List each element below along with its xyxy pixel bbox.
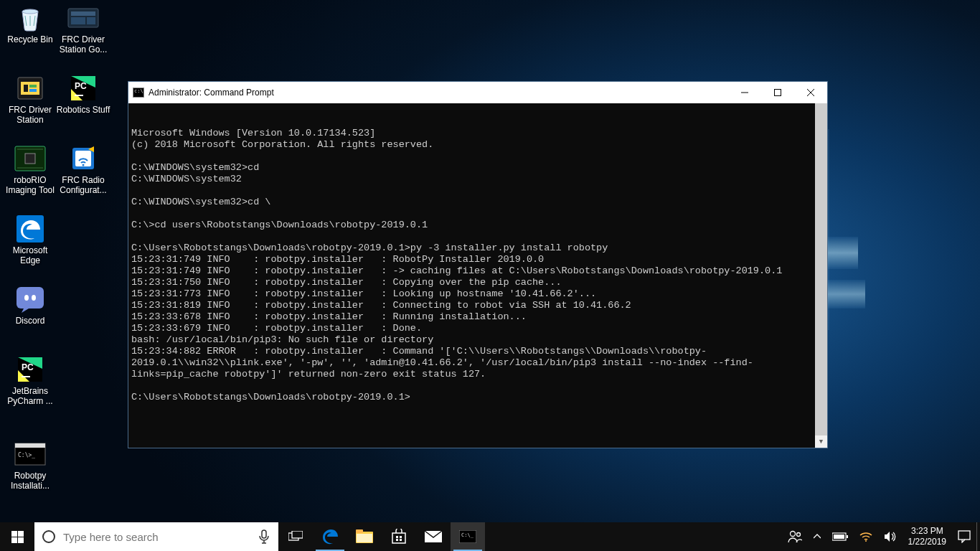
svg-rect-14 bbox=[25, 154, 35, 164]
icon-label: FRC Driver Station Go... bbox=[56, 34, 110, 55]
taskbar-edge[interactable] bbox=[313, 522, 347, 551]
search-box[interactable] bbox=[34, 522, 278, 551]
svg-rect-57 bbox=[834, 534, 844, 539]
desktop-icon-robotics-stuff[interactable]: PCRobotics Stuff bbox=[56, 73, 110, 115]
svg-rect-39 bbox=[262, 530, 266, 538]
icon-label: JetBrains PyCharm ... bbox=[3, 386, 57, 406]
scrollbar-thumb[interactable] bbox=[815, 103, 827, 448]
microphone-icon[interactable] bbox=[250, 529, 278, 544]
start-button[interactable] bbox=[0, 522, 34, 551]
svg-rect-3 bbox=[71, 17, 85, 24]
taskbar-command-prompt[interactable]: C:\_ bbox=[451, 522, 485, 551]
svg-rect-44 bbox=[357, 534, 372, 542]
svg-rect-41 bbox=[292, 531, 303, 538]
svg-point-53 bbox=[790, 532, 795, 537]
cmd-icon bbox=[133, 88, 144, 98]
svg-rect-59 bbox=[958, 531, 970, 540]
svg-rect-26 bbox=[22, 376, 30, 377]
discord-icon bbox=[13, 284, 47, 314]
volume-icon[interactable] bbox=[878, 522, 903, 551]
desktop-icon-roborio-imaging[interactable]: roboRIO Imaging Tool bbox=[3, 143, 57, 195]
taskbar-mail[interactable] bbox=[416, 522, 451, 551]
svg-point-23 bbox=[32, 295, 36, 301]
icon-label: Microsoft Edge bbox=[3, 245, 57, 265]
icon-label: FRC Driver Station bbox=[3, 105, 57, 125]
maximize-button[interactable] bbox=[761, 82, 794, 103]
window-title: Administrator: Command Prompt bbox=[149, 88, 728, 98]
taskbar: C:\_ 3:23 PM 1/22/2019 bbox=[0, 522, 980, 551]
desktop-icon-recycle-bin[interactable]: Recycle Bin bbox=[3, 3, 57, 44]
jetbrains-pycharm-icon: PC bbox=[13, 354, 47, 385]
recycle-bin-icon bbox=[13, 3, 47, 33]
frc-driver-station-go-icon bbox=[66, 3, 100, 33]
close-button[interactable] bbox=[794, 82, 827, 103]
clock-date: 1/22/2019 bbox=[908, 537, 946, 547]
svg-rect-35 bbox=[18, 531, 24, 537]
clock-time: 3:23 PM bbox=[908, 526, 946, 537]
svg-point-0 bbox=[22, 9, 38, 14]
frc-radio-config-icon bbox=[66, 143, 100, 174]
desktop-icon-frc-radio-config[interactable]: FRC Radio Configurat... bbox=[56, 143, 110, 195]
frc-driver-station-icon bbox=[13, 73, 47, 103]
robotics-stuff-icon: PC bbox=[66, 73, 100, 103]
svg-rect-28 bbox=[15, 443, 45, 448]
svg-rect-12 bbox=[75, 95, 83, 96]
wifi-icon[interactable] bbox=[854, 522, 878, 551]
svg-rect-56 bbox=[847, 535, 848, 538]
taskbar-store[interactable] bbox=[382, 522, 416, 551]
desktop-icon-frc-driver-station[interactable]: FRC Driver Station bbox=[3, 73, 57, 125]
svg-rect-2 bbox=[71, 11, 95, 16]
svg-rect-48 bbox=[396, 539, 398, 541]
roborio-imaging-icon bbox=[13, 143, 47, 174]
svg-rect-9 bbox=[29, 89, 37, 92]
scroll-down-icon[interactable]: ▼ bbox=[815, 435, 827, 448]
action-center-icon[interactable] bbox=[952, 522, 976, 551]
svg-text:PC: PC bbox=[22, 362, 34, 372]
taskbar-file-explorer[interactable] bbox=[347, 522, 382, 551]
scrollbar[interactable]: ▲ ▼ bbox=[815, 103, 827, 448]
icon-label: Robotpy Installati... bbox=[3, 471, 57, 491]
svg-rect-37 bbox=[18, 537, 24, 543]
desktop-icon-frc-driver-station-go[interactable]: FRC Driver Station Go... bbox=[56, 3, 110, 55]
window-titlebar[interactable]: Administrator: Command Prompt bbox=[128, 82, 827, 103]
svg-rect-8 bbox=[29, 85, 37, 88]
desktop-icon-robotpy-install[interactable]: C:\>_Robotpy Installati... bbox=[3, 439, 57, 491]
desktop-icon-discord[interactable]: Discord bbox=[3, 284, 57, 326]
desktop-icon-microsoft-edge[interactable]: Microsoft Edge bbox=[3, 214, 57, 265]
people-icon[interactable] bbox=[782, 522, 808, 551]
terminal-output: Microsoft Windows [Version 10.0.17134.52… bbox=[131, 128, 824, 403]
icon-label: Discord bbox=[3, 316, 57, 326]
icon-label: FRC Radio Configurat... bbox=[56, 175, 110, 195]
svg-rect-45 bbox=[392, 533, 405, 543]
svg-rect-31 bbox=[775, 90, 781, 96]
tray-overflow-icon[interactable] bbox=[808, 522, 826, 551]
svg-point-19 bbox=[83, 164, 85, 166]
search-input[interactable] bbox=[63, 522, 250, 551]
svg-rect-4 bbox=[87, 17, 95, 24]
svg-rect-49 bbox=[400, 539, 402, 541]
svg-rect-47 bbox=[400, 536, 402, 538]
system-tray: 3:23 PM 1/22/2019 bbox=[782, 522, 980, 551]
icon-label: Robotics Stuff bbox=[56, 105, 110, 115]
svg-point-54 bbox=[796, 533, 800, 537]
svg-rect-7 bbox=[24, 85, 28, 92]
terminal-body[interactable]: Microsoft Windows [Version 10.0.17134.52… bbox=[128, 103, 827, 448]
svg-rect-21 bbox=[17, 287, 44, 309]
battery-icon[interactable] bbox=[826, 522, 854, 551]
svg-point-22 bbox=[24, 295, 29, 301]
svg-rect-36 bbox=[11, 537, 17, 543]
svg-rect-43 bbox=[356, 529, 363, 533]
taskbar-clock[interactable]: 3:23 PM 1/22/2019 bbox=[903, 526, 952, 547]
desktop-icon-jetbrains-pycharm[interactable]: PCJetBrains PyCharm ... bbox=[3, 354, 57, 406]
task-view-button[interactable] bbox=[278, 522, 313, 551]
command-prompt-window[interactable]: Administrator: Command Prompt Microsoft … bbox=[128, 81, 828, 448]
minimize-button[interactable] bbox=[728, 82, 761, 103]
cortana-icon[interactable] bbox=[34, 522, 63, 551]
svg-text:PC: PC bbox=[75, 81, 87, 91]
svg-point-58 bbox=[865, 540, 867, 542]
robotpy-install-icon: C:\>_ bbox=[13, 439, 47, 469]
svg-point-38 bbox=[43, 531, 55, 542]
svg-rect-6 bbox=[21, 82, 39, 95]
svg-text:C:\_: C:\_ bbox=[461, 532, 474, 538]
show-desktop-button[interactable] bbox=[976, 522, 980, 551]
